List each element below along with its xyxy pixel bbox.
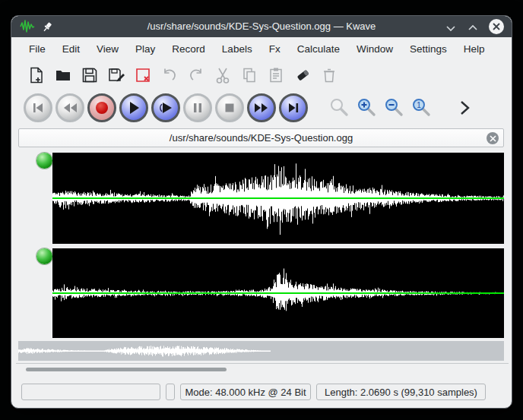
close-icon[interactable] (489, 19, 504, 34)
save-icon[interactable] (81, 66, 99, 84)
tab-close-icon[interactable] (487, 132, 499, 144)
menu-item-window[interactable]: Window (348, 41, 401, 57)
copy-icon[interactable] (240, 66, 258, 84)
signal-view (18, 150, 504, 361)
toolbar-playback: 1 (24, 91, 471, 125)
horizontal-scrollbar[interactable] (18, 367, 504, 372)
menu-item-fx[interactable]: Fx (261, 41, 289, 57)
waveform-channel-2[interactable] (52, 248, 504, 338)
redo-icon[interactable] (187, 66, 205, 84)
menu-item-labels[interactable]: Labels (214, 41, 261, 57)
menu-item-record[interactable]: Record (163, 41, 214, 57)
undo-icon[interactable] (160, 66, 179, 84)
zoom-original-icon[interactable]: 1 (411, 98, 432, 118)
menu-item-file[interactable]: File (21, 41, 54, 57)
paste-icon[interactable] (267, 66, 285, 84)
menubar: FileEditViewPlayRecordLabelsFxCalculateW… (11, 37, 512, 60)
kwave-window: /usr/share/sounds/KDE-Sys-Question.ogg —… (11, 15, 512, 409)
zoom-toolbar-group: 1 (329, 98, 432, 118)
rewind-icon[interactable] (55, 93, 84, 122)
maximize-chevron-icon[interactable] (467, 22, 479, 34)
open-folder-icon[interactable] (54, 66, 72, 84)
save-as-icon[interactable] (107, 66, 125, 84)
loop-play-icon[interactable] (151, 93, 180, 122)
eraser-icon[interactable] (293, 66, 312, 84)
toolbar-overflow-chevron-icon[interactable] (458, 99, 471, 116)
skip-to-start-icon[interactable] (24, 93, 52, 122)
channel1-led-icon[interactable] (36, 153, 52, 169)
svg-text:1: 1 (417, 101, 421, 109)
menu-item-settings[interactable]: Settings (401, 41, 455, 57)
status-position-field (21, 384, 160, 400)
play-icon[interactable] (119, 93, 148, 122)
cut-icon[interactable] (214, 66, 232, 84)
channel2-led-icon[interactable] (36, 248, 52, 264)
overview-waveform[interactable] (18, 341, 504, 361)
waveform-channel-1[interactable] (52, 153, 504, 244)
delete-icon[interactable] (320, 66, 338, 84)
statusbar: Mode: 48.000 kHz @ 24 Bit Length: 2.0690… (21, 383, 486, 401)
status-mode: Mode: 48.000 kHz @ 24 Bit (180, 384, 311, 400)
zoom-selection-icon[interactable] (329, 98, 350, 118)
zoom-out-icon[interactable] (384, 98, 404, 118)
forward-icon[interactable] (247, 93, 276, 122)
stop-icon[interactable] (215, 93, 244, 122)
file-tab[interactable]: /usr/share/sounds/KDE-Sys-Question.ogg (18, 128, 504, 147)
menu-item-edit[interactable]: Edit (54, 41, 88, 57)
skip-to-end-icon[interactable] (279, 93, 308, 122)
titlebar[interactable]: /usr/share/sounds/KDE-Sys-Question.ogg —… (11, 16, 512, 37)
menu-item-calculate[interactable]: Calculate (289, 41, 348, 57)
toolbar-file (27, 62, 338, 89)
record-icon[interactable] (87, 93, 116, 122)
menu-item-play[interactable]: Play (127, 41, 163, 57)
file-tab-label: /usr/share/sounds/KDE-Sys-Question.ogg (170, 132, 353, 144)
menu-item-help[interactable]: Help (455, 41, 493, 57)
window-title: /usr/share/sounds/KDE-Sys-Question.ogg —… (11, 16, 512, 37)
new-file-icon[interactable] (27, 66, 46, 84)
horizontal-scrollbar-thumb[interactable] (26, 368, 227, 371)
status-length: Length: 2.0690 s (99,310 samples) (316, 384, 486, 400)
view-frame-line (16, 363, 509, 364)
menu-item-view[interactable]: View (88, 41, 127, 57)
status-grip-field (166, 384, 175, 400)
minimize-chevron-icon[interactable] (445, 22, 457, 34)
close-file-icon[interactable] (134, 66, 152, 84)
pause-icon[interactable] (183, 93, 212, 122)
zoom-in-icon[interactable] (357, 98, 377, 118)
